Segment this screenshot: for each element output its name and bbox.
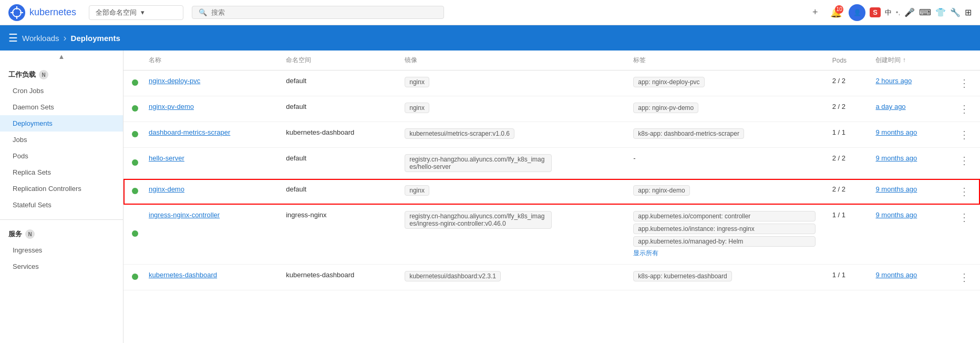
sidebar-item-jobs-label: Jobs: [13, 136, 27, 144]
sidebar-item-replication-controllers[interactable]: Replication Controllers: [0, 180, 123, 197]
time-value[interactable]: 9 months ago: [875, 185, 917, 193]
more-cell: ⋮: [948, 122, 980, 148]
th-namespace[interactable]: 命名空间: [277, 51, 396, 70]
th-image[interactable]: 镜像: [396, 51, 625, 70]
pods-count: 2 / 2: [832, 154, 845, 162]
show-all-link[interactable]: 显示所有: [633, 249, 816, 258]
namespace-cell: ingress-nginx: [277, 205, 396, 265]
status-dot: [132, 131, 138, 137]
notification-badge: 10: [835, 5, 843, 14]
pods-cell: 1 / 1: [824, 205, 868, 265]
time-value[interactable]: 2 hours ago: [875, 77, 912, 85]
user-avatar[interactable]: 👤: [849, 4, 865, 21]
deployment-name-link[interactable]: nginx-pv-demo: [149, 103, 194, 110]
more-actions-button[interactable]: ⋮: [957, 153, 972, 168]
time-cell: 9 months ago: [867, 179, 948, 205]
multi-label-container: app.kubernetes.io/component: controller …: [633, 211, 816, 258]
sidebar-item-deployments[interactable]: Deployments: [0, 115, 123, 132]
more-actions-button[interactable]: ⋮: [957, 127, 972, 143]
th-pods[interactable]: Pods: [824, 51, 868, 70]
search-bar: 🔍: [192, 6, 444, 19]
more-actions-button[interactable]: ⋮: [957, 184, 972, 199]
label-badge-0: app.kubernetes.io/component: controller: [633, 211, 816, 221]
deployment-name-link[interactable]: nginx-deploy-pvc: [149, 77, 200, 85]
scroll-up-button[interactable]: ▲: [0, 51, 123, 63]
status-dot: [132, 274, 138, 280]
search-input[interactable]: [211, 8, 437, 16]
image-cell: registry.cn-hangzhou.aliyuncs.com/lfy_k8…: [396, 148, 625, 179]
time-value[interactable]: 9 months ago: [875, 211, 917, 219]
more-actions-button[interactable]: ⋮: [957, 269, 972, 285]
sidebar-item-daemon-sets[interactable]: Daemon Sets: [0, 99, 123, 115]
more-cell: ⋮: [948, 205, 980, 265]
dropdown-icon: ▾: [141, 8, 145, 16]
service-badge: N: [25, 229, 35, 239]
namespace-value: kubernetes-dashboard: [286, 128, 354, 136]
deployment-name-link[interactable]: hello-server: [149, 154, 184, 162]
time-value[interactable]: 9 months ago: [875, 154, 917, 162]
pods-count: 1 / 1: [832, 271, 845, 279]
sidebar-item-services-label: Services: [13, 263, 39, 270]
logo-text: kubernetes: [29, 7, 76, 18]
sidebar-item-ingresses-label: Ingresses: [13, 246, 42, 254]
more-actions-button[interactable]: ⋮: [957, 209, 972, 225]
label-badge-2: app.kubernetes.io/managed-by: Helm: [633, 236, 816, 247]
sidebar-item-daemon-sets-label: Daemon Sets: [13, 103, 54, 111]
pods-count: 2 / 2: [832, 103, 845, 110]
add-button[interactable]: +: [807, 4, 823, 21]
label-badge: app: nginx-pv-demo: [633, 103, 698, 113]
breadcrumb-separator: ›: [64, 33, 67, 44]
sidebar-item-deployments-label: Deployments: [13, 119, 53, 127]
th-name[interactable]: 名称: [140, 51, 277, 70]
labels-cell: k8s-app: kubernetes-dashboard: [625, 265, 824, 290]
deployment-name-link[interactable]: nginx-demo: [149, 185, 184, 193]
image-badge: nginx: [405, 103, 429, 113]
time-cell: 9 months ago: [867, 148, 948, 179]
kubernetes-logo-icon: [8, 4, 25, 21]
pods-cell: 2 / 2: [824, 148, 868, 179]
more-actions-button[interactable]: ⋮: [957, 75, 972, 91]
sidebar-item-replica-sets[interactable]: Replica Sets: [0, 164, 123, 180]
time-value[interactable]: 9 months ago: [875, 128, 917, 136]
pods-cell: 2 / 2: [824, 96, 868, 122]
sidebar-item-stateful-sets[interactable]: Stateful Sets: [0, 197, 123, 213]
label-badge: k8s-app: dashboard-metrics-scraper: [633, 128, 744, 139]
keyboard-icon: ⌨: [919, 7, 931, 17]
sidebar-item-pods-label: Pods: [13, 152, 28, 160]
name-cell: dashboard-metrics-scraper: [140, 122, 277, 148]
name-cell: nginx-demo: [140, 179, 277, 205]
deployment-name-link[interactable]: ingress-nginx-controller: [149, 211, 220, 219]
image-cell: nginx: [396, 96, 625, 122]
time-cell: 9 months ago: [867, 122, 948, 148]
image-cell: nginx: [396, 179, 625, 205]
main-layout: ▲ 工作负载 N Cron Jobs Daemon Sets Deploymen…: [0, 51, 980, 343]
sidebar: ▲ 工作负载 N Cron Jobs Daemon Sets Deploymen…: [0, 51, 123, 343]
menu-icon[interactable]: ☰: [8, 32, 18, 44]
notification-button[interactable]: 🔔 10: [828, 4, 844, 21]
name-cell: nginx-deploy-pvc: [140, 70, 277, 96]
label-value: -: [633, 154, 635, 162]
sidebar-item-cron-jobs[interactable]: Cron Jobs: [0, 83, 123, 99]
sidebar-item-pods[interactable]: Pods: [0, 148, 123, 164]
namespace-cell: default: [277, 96, 396, 122]
time-value[interactable]: 9 months ago: [875, 271, 917, 279]
status-cell: [123, 96, 140, 122]
th-labels[interactable]: 标签: [625, 51, 824, 70]
service-section-header: 服务 N: [0, 226, 123, 242]
breadcrumb-workloads[interactable]: Workloads: [22, 34, 59, 43]
more-actions-button[interactable]: ⋮: [957, 101, 972, 117]
tools-icon: 🔧: [950, 7, 961, 17]
namespace-label: 全部命名空间: [96, 8, 137, 17]
namespace-value: default: [286, 103, 306, 110]
search-icon: 🔍: [199, 8, 207, 16]
status-cell: [123, 70, 140, 96]
deployment-name-link[interactable]: dashboard-metrics-scraper: [149, 128, 230, 136]
namespace-selector[interactable]: 全部命名空间 ▾: [89, 5, 183, 20]
deployment-name-link[interactable]: kubernetes-dashboard: [149, 271, 217, 279]
sidebar-item-ingresses[interactable]: Ingresses: [0, 242, 123, 258]
sidebar-item-services[interactable]: Services: [0, 258, 123, 275]
time-value[interactable]: a day ago: [875, 103, 905, 110]
sidebar-item-jobs[interactable]: Jobs: [0, 132, 123, 148]
th-time[interactable]: 创建时间 ↑: [867, 51, 948, 70]
workloads-section: 工作负载 N Cron Jobs Daemon Sets Deployments…: [0, 63, 123, 217]
